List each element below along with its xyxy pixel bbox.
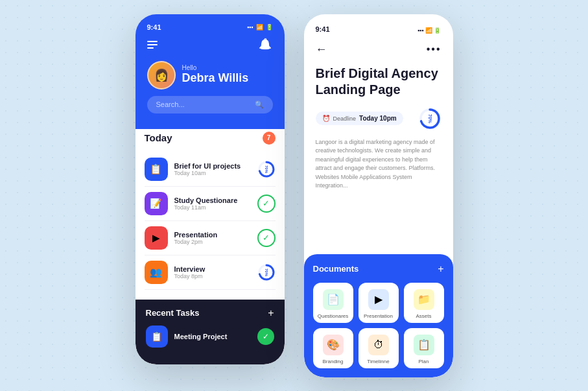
- doc-icon-questionares: 📄: [323, 289, 344, 310]
- check-icon-2: ✓: [257, 195, 276, 213]
- task-icon-1: 📋: [145, 158, 168, 181]
- doc-grid: 📄 Questionares ▶ Presentation 📁 Assets 🎨…: [313, 283, 444, 368]
- task-text-3: Presentation Today 2pm: [174, 231, 251, 245]
- user-name: Debra Willis: [182, 71, 249, 86]
- project-description: Langoor is a digital marketing agency ma…: [316, 138, 441, 191]
- task-progress-4: 70%: [257, 263, 276, 281]
- more-options-button[interactable]: •••: [427, 43, 441, 55]
- status-icons-2: ▪▪▪ 📶 🔋: [417, 23, 441, 35]
- doc-item-plan[interactable]: 📋 Plan: [404, 328, 444, 368]
- phone2-header: 9:41 ▪▪▪ 📶 🔋 ← ••• Brief Digital Agency …: [304, 14, 453, 207]
- progress-percent: 70%: [427, 113, 432, 123]
- task-name-3: Presentation: [174, 231, 251, 239]
- doc-icon-branding: 🎨: [323, 335, 344, 355]
- search-placeholder: Search...: [156, 101, 185, 108]
- status-icons-1: ▪▪▪ 📶 🔋: [247, 24, 273, 30]
- task-name-4: Interview: [174, 265, 251, 273]
- recent-check-icon: ✓: [257, 328, 274, 345]
- recent-task-icon-1: 📋: [146, 326, 168, 348]
- doc-header: Documents +: [313, 263, 444, 275]
- add-task-button[interactable]: +: [268, 307, 274, 319]
- task-item-2[interactable]: 📝 Study Questionare Today 11am ✓: [145, 187, 276, 221]
- recent-task-name-1: Meeting Project: [174, 333, 228, 340]
- status-time-1: 9:41: [147, 23, 161, 31]
- doc-item-branding[interactable]: 🎨 Branding: [313, 328, 353, 368]
- menu-icon[interactable]: [147, 41, 158, 49]
- doc-item-timeline[interactable]: ⏱ Timelinne: [359, 328, 399, 368]
- today-title: Today: [145, 132, 172, 143]
- hello-text: Hello: [182, 64, 249, 71]
- task-icon-2: 📝: [145, 192, 168, 215]
- task-name-2: Study Questionare: [174, 196, 251, 204]
- back-button[interactable]: ←: [316, 43, 327, 56]
- status-bar-1: 9:41 ▪▪▪ 📶 🔋: [147, 23, 273, 31]
- task-item-1[interactable]: 📋 Brief for UI projects Today 10am 70%: [145, 152, 276, 187]
- task-time-3: Today 2pm: [174, 239, 251, 245]
- search-icon: 🔍: [255, 101, 264, 109]
- doc-item-presentation[interactable]: ▶ Presentation: [359, 283, 399, 323]
- documents-section: Documents + 📄 Questionares ▶ Presentatio…: [304, 254, 453, 377]
- recent-task-item-1[interactable]: 📋 Meeting Project ✓: [146, 326, 274, 348]
- progress-text-4: 70%: [265, 268, 268, 276]
- search-bar[interactable]: Search... 🔍: [147, 96, 273, 113]
- doc-label-questionares: Questionares: [318, 313, 349, 319]
- add-document-button[interactable]: +: [438, 263, 443, 275]
- doc-icon-presentation: ▶: [368, 289, 389, 310]
- task-text-2: Study Questionare Today 11am: [174, 196, 251, 211]
- task-text-4: Interview Today 8pm: [174, 265, 251, 279]
- battery-icon: 🔋: [266, 24, 273, 30]
- status-bar-2: 9:41 ▪▪▪ 📶 🔋: [316, 23, 441, 35]
- progress-text-1: 70%: [265, 165, 268, 172]
- task-time-4: Today 8pm: [174, 273, 251, 279]
- phone1-topbar: [147, 38, 273, 52]
- task-time-1: Today 10am: [174, 170, 251, 176]
- doc-item-questionares[interactable]: 📄 Questionares: [313, 283, 353, 323]
- phone1: 9:41 ▪▪▪ 📶 🔋 👩 Hello Debra Willis: [135, 14, 285, 364]
- deadline-row: ⏰ Deadline Today 10pm 70%: [316, 107, 441, 130]
- status-time-2: 9:41: [316, 25, 330, 33]
- doc-icon-plan: 📋: [414, 335, 434, 355]
- deadline-pill: ⏰ Deadline Today 10pm: [316, 112, 403, 125]
- task-item-3[interactable]: ▶ Presentation Today 2pm ✓: [145, 221, 276, 255]
- task-icon-4: 👥: [145, 261, 168, 284]
- recent-tasks-title: Recent Tasks: [146, 308, 200, 318]
- recent-tasks-panel: Recent Tasks + 📋 Meeting Project ✓: [135, 300, 285, 364]
- phones-container: 9:41 ▪▪▪ 📶 🔋 👩 Hello Debra Willis: [135, 14, 453, 377]
- phone2-nav: ← •••: [316, 43, 441, 56]
- phone1-header: 9:41 ▪▪▪ 📶 🔋 👩 Hello Debra Willis: [135, 14, 285, 129]
- doc-icon-timeline: ⏱: [368, 335, 389, 355]
- task-item-4[interactable]: 👥 Interview Today 8pm 70%: [145, 255, 276, 290]
- doc-label-assets: Assets: [416, 313, 431, 319]
- doc-label-timeline: Timelinne: [367, 359, 389, 364]
- user-info: Hello Debra Willis: [182, 64, 249, 86]
- user-section: 👩 Hello Debra Willis: [147, 61, 273, 89]
- documents-title: Documents: [313, 264, 359, 274]
- signal-icon-2: ▪▪▪ 📶 🔋: [417, 27, 441, 34]
- doc-label-plan: Plan: [418, 359, 429, 364]
- phone2: 9:41 ▪▪▪ 📶 🔋 ← ••• Brief Digital Agency …: [304, 14, 453, 377]
- today-header: Today 7: [145, 132, 276, 145]
- today-badge: 7: [263, 132, 276, 145]
- check-icon-3: ✓: [257, 229, 276, 247]
- doc-icon-assets: 📁: [414, 289, 434, 310]
- task-text-1: Brief for UI projects Today 10am: [174, 162, 251, 176]
- bell-icon[interactable]: [259, 38, 273, 52]
- task-name-1: Brief for UI projects: [174, 162, 251, 170]
- doc-label-branding: Branding: [322, 359, 343, 364]
- doc-label-presentation: Presentation: [364, 313, 393, 319]
- clock-icon: ⏰: [322, 115, 330, 122]
- task-icon-3: ▶: [145, 226, 168, 250]
- doc-item-assets[interactable]: 📁 Assets: [404, 283, 444, 323]
- task-time-2: Today 11am: [174, 204, 251, 211]
- task-progress-1: 70%: [257, 160, 276, 178]
- avatar: 👩: [147, 61, 176, 89]
- recent-tasks-header: Recent Tasks +: [146, 307, 274, 319]
- deadline-label: Deadline: [333, 115, 357, 122]
- project-title: Brief Digital Agency Landing Page: [316, 65, 441, 98]
- wifi-icon: 📶: [256, 24, 263, 30]
- deadline-value: Today 10pm: [359, 115, 397, 122]
- project-progress: 70%: [418, 107, 441, 130]
- signal-icon: ▪▪▪: [247, 24, 253, 30]
